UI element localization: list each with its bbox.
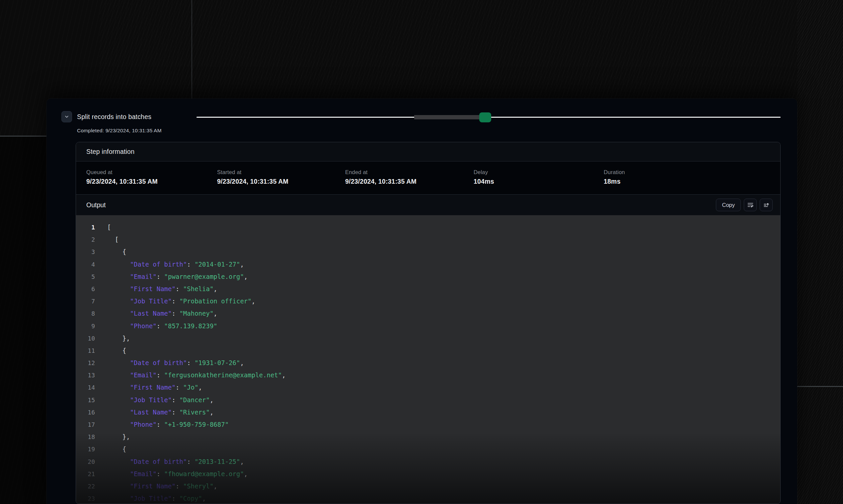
line-content: "Email": "fergusonkatherine@example.net"… bbox=[95, 369, 286, 381]
code-line: 20 "Date of birth": "2013-11-25", bbox=[76, 455, 780, 468]
line-number: 17 bbox=[76, 418, 95, 431]
line-content: [ bbox=[95, 221, 111, 233]
background-shade-left bbox=[0, 137, 47, 504]
field-label: Started at bbox=[217, 169, 345, 175]
code-line: 23 "Job Title": "Copy", bbox=[76, 492, 780, 504]
code-line: 8 "Last Name": "Mahoney", bbox=[76, 307, 780, 320]
field-value: 9/23/2024, 10:31:35 AM bbox=[345, 178, 474, 185]
step-information-title: Step information bbox=[86, 148, 134, 156]
line-number: 9 bbox=[76, 320, 95, 332]
code-line: 3 { bbox=[76, 246, 780, 258]
line-content: "Last Name": "Rivers", bbox=[95, 406, 213, 418]
line-number: 15 bbox=[76, 394, 95, 406]
line-content: "Phone": "857.139.8239" bbox=[95, 320, 218, 332]
info-field: Queued at9/23/2024, 10:31:35 AM bbox=[86, 169, 217, 194]
line-number: 14 bbox=[76, 381, 95, 394]
line-content: "Job Title": "Probation officer", bbox=[95, 295, 255, 307]
info-field: Delay104ms bbox=[474, 169, 604, 194]
background-rule-left bbox=[0, 136, 47, 137]
background-rule-right bbox=[797, 386, 843, 387]
timeline-delay-segment bbox=[414, 115, 479, 119]
run-detail-panel: Split records into batches Completed: 9/… bbox=[47, 98, 797, 504]
code-line: 18 }, bbox=[76, 431, 780, 443]
copy-output-button[interactable]: Copy bbox=[716, 199, 741, 211]
code-line: 12 "Date of birth": "1931-07-26", bbox=[76, 357, 780, 369]
field-value: 9/23/2024, 10:31:35 AM bbox=[86, 178, 217, 185]
line-number: 2 bbox=[76, 233, 95, 246]
code-line: 7 "Job Title": "Probation officer", bbox=[76, 295, 780, 307]
line-content: "Email": "pwarner@example.org", bbox=[95, 271, 247, 283]
output-actions: Copy bbox=[716, 199, 773, 211]
line-number: 5 bbox=[76, 271, 95, 283]
output-title: Output bbox=[86, 201, 106, 209]
timeline-handle[interactable] bbox=[479, 112, 491, 122]
output-code-viewer[interactable]: 1[2 [3 {4 "Date of birth": "2014-01-27",… bbox=[76, 215, 780, 504]
code-line: 11 { bbox=[76, 344, 780, 357]
code-line: 15 "Job Title": "Dancer", bbox=[76, 394, 780, 406]
field-label: Duration bbox=[604, 169, 780, 175]
line-number: 20 bbox=[76, 455, 95, 468]
line-number: 22 bbox=[76, 480, 95, 492]
code-line: 2 [ bbox=[76, 233, 780, 246]
line-number: 6 bbox=[76, 283, 95, 295]
field-value: 104ms bbox=[474, 178, 604, 185]
line-number: 13 bbox=[76, 369, 95, 381]
line-number: 10 bbox=[76, 332, 95, 344]
info-field: Ended at9/23/2024, 10:31:35 AM bbox=[345, 169, 474, 194]
code-line: 10 }, bbox=[76, 332, 780, 344]
code-line: 17 "Phone": "+1-950-759-8687" bbox=[76, 418, 780, 431]
line-number: 7 bbox=[76, 295, 95, 307]
code-line: 13 "Email": "fergusonkatherine@example.n… bbox=[76, 369, 780, 381]
line-number: 18 bbox=[76, 431, 95, 443]
code-line: 5 "Email": "pwarner@example.org", bbox=[76, 271, 780, 283]
line-content: "First Name": "Sheryl", bbox=[95, 480, 218, 492]
code-line: 14 "First Name": "Jo", bbox=[76, 381, 780, 394]
code-line: 22 "First Name": "Sheryl", bbox=[76, 480, 780, 492]
line-content: { bbox=[95, 246, 126, 258]
code-line: 19 { bbox=[76, 443, 780, 455]
line-number: 11 bbox=[76, 344, 95, 357]
line-content: "Phone": "+1-950-759-8687" bbox=[95, 418, 229, 431]
line-number: 1 bbox=[76, 221, 95, 233]
line-number: 3 bbox=[76, 246, 95, 258]
field-value: 18ms bbox=[604, 178, 780, 185]
step-information-fields: Queued at9/23/2024, 10:31:35 AMStarted a… bbox=[76, 161, 780, 195]
background-seam-line bbox=[191, 0, 192, 98]
code-line: 21 "Email": "fhoward@example.org", bbox=[76, 468, 780, 480]
step-information-card: Step information Queued at9/23/2024, 10:… bbox=[76, 142, 780, 504]
wrap-text-button[interactable] bbox=[744, 199, 757, 211]
line-number: 8 bbox=[76, 307, 95, 320]
step-title: Split records into batches bbox=[77, 113, 151, 121]
field-label: Queued at bbox=[86, 169, 217, 175]
info-field: Duration18ms bbox=[604, 169, 780, 194]
step-timeline[interactable] bbox=[196, 108, 780, 126]
field-label: Ended at bbox=[345, 169, 474, 175]
code-lines: 1[2 [3 {4 "Date of birth": "2014-01-27",… bbox=[76, 221, 780, 504]
desktop-background: Split records into batches Completed: 9/… bbox=[0, 0, 843, 504]
scroll-to-top-icon bbox=[763, 202, 770, 208]
line-content: "Email": "fhoward@example.org", bbox=[95, 468, 247, 480]
line-content: "First Name": "Shelia", bbox=[95, 283, 218, 295]
collapse-step-button[interactable] bbox=[62, 111, 72, 122]
code-line: 16 "Last Name": "Rivers", bbox=[76, 406, 780, 418]
line-number: 23 bbox=[76, 492, 95, 504]
background-texture-right bbox=[797, 0, 843, 504]
line-content: "Date of birth": "2013-11-25", bbox=[95, 455, 244, 468]
step-completed-timestamp: Completed: 9/23/2024, 10:31:35 AM bbox=[77, 128, 161, 133]
line-content: "Last Name": "Mahoney", bbox=[95, 307, 218, 320]
line-content: [ bbox=[95, 233, 119, 246]
line-number: 16 bbox=[76, 406, 95, 418]
line-content: }, bbox=[95, 431, 130, 443]
line-content: "First Name": "Jo", bbox=[95, 381, 202, 394]
background-texture-top bbox=[100, 0, 843, 98]
wrap-text-icon bbox=[747, 202, 754, 208]
scroll-to-top-button[interactable] bbox=[760, 199, 773, 211]
info-field: Started at9/23/2024, 10:31:35 AM bbox=[217, 169, 345, 194]
code-line: 9 "Phone": "857.139.8239" bbox=[76, 320, 780, 332]
field-label: Delay bbox=[474, 169, 604, 175]
step-information-header: Step information bbox=[76, 142, 780, 161]
output-header: Output Copy bbox=[76, 195, 780, 215]
line-content: "Job Title": "Dancer", bbox=[95, 394, 213, 406]
code-line: 4 "Date of birth": "2014-01-27", bbox=[76, 258, 780, 271]
line-content: }, bbox=[95, 332, 130, 344]
